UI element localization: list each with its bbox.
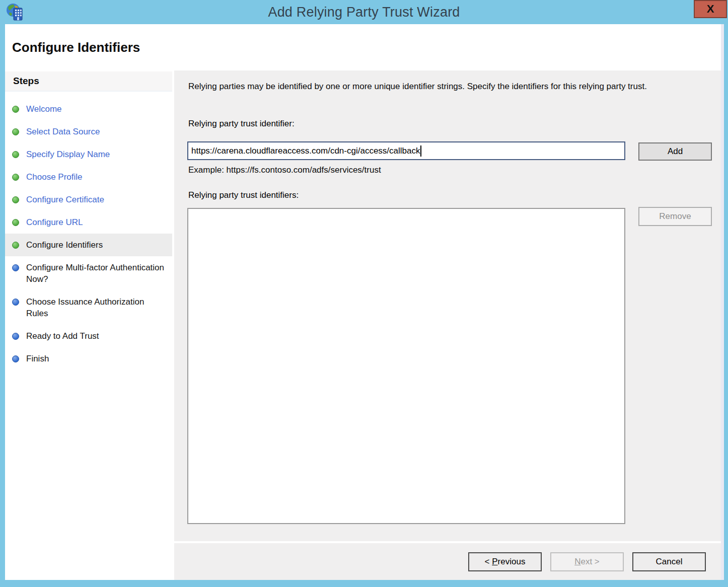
configure-identifiers-panel: Relying parties may be identified by one…	[174, 70, 721, 541]
previous-button[interactable]: < Previous	[468, 552, 542, 571]
add-button[interactable]: Add	[638, 142, 712, 161]
step-label: Welcome	[26, 103, 62, 115]
sidebar-item-ready-to-add-trust: Ready to Add Trust	[5, 325, 172, 347]
step-todo-dot-icon	[12, 264, 19, 271]
sidebar-item-select-data-source[interactable]: Select Data Source	[5, 120, 172, 143]
step-todo-dot-icon	[12, 355, 19, 362]
steps-list: Welcome Select Data Source Specify Displ…	[5, 92, 172, 370]
sidebar-item-configure-url[interactable]: Configure URL	[5, 211, 172, 234]
sidebar-item-choose-issuance-rules: Choose Issuance Authorization Rules	[5, 290, 172, 325]
sidebar-item-configure-multifactor: Configure Multi-factor Authentication No…	[5, 256, 172, 290]
sidebar-item-specify-display-name[interactable]: Specify Display Name	[5, 143, 172, 166]
wizard-window: Configure Identifiers Steps Welcome Sele…	[5, 24, 724, 580]
text-caret	[420, 145, 421, 157]
step-todo-dot-icon	[12, 299, 19, 306]
remove-button-label: Remove	[659, 211, 691, 222]
panel-description: Relying parties may be identified by one…	[188, 80, 702, 93]
sidebar-item-configure-identifiers[interactable]: Configure Identifiers	[5, 234, 172, 256]
page-header: Configure Identifiers	[5, 24, 721, 70]
close-button[interactable]: X	[694, 0, 727, 18]
step-done-dot-icon	[12, 128, 19, 135]
identifier-input-label: Relying party trust identifier:	[188, 119, 295, 129]
step-label: Finish	[26, 353, 49, 364]
remove-button[interactable]: Remove	[638, 207, 712, 226]
sidebar-item-welcome[interactable]: Welcome	[5, 98, 172, 120]
page-title: Configure Identifiers	[12, 40, 140, 55]
wizard-footer: < Previous Next > Cancel	[174, 543, 721, 580]
step-label: Configure Multi-factor Authentication No…	[26, 262, 167, 285]
sidebar-item-configure-certificate[interactable]: Configure Certificate	[5, 188, 172, 211]
step-label: Choose Issuance Authorization Rules	[26, 296, 167, 319]
step-label: Ready to Add Trust	[26, 330, 99, 342]
add-button-label: Add	[668, 146, 683, 157]
window-title: Add Relying Party Trust Wizard	[0, 5, 728, 20]
sidebar-item-choose-profile[interactable]: Choose Profile	[5, 166, 172, 188]
steps-sidebar: Steps Welcome Select Data Source Specify…	[5, 70, 172, 580]
step-label: Select Data Source	[26, 126, 100, 137]
step-done-dot-icon	[12, 151, 19, 158]
sidebar-item-finish: Finish	[5, 347, 172, 370]
previous-button-label: < Previous	[485, 557, 526, 567]
step-label: Configure Identifiers	[26, 239, 103, 251]
step-label: Specify Display Name	[26, 149, 110, 160]
cancel-button[interactable]: Cancel	[632, 552, 706, 571]
relying-party-identifier-input[interactable]: https://carena.cloudflareaccess.com/cdn-…	[187, 141, 625, 160]
step-label: Configure Certificate	[26, 194, 104, 205]
next-button-label: Next >	[574, 557, 600, 567]
step-done-dot-icon	[12, 196, 19, 203]
step-done-dot-icon	[12, 219, 19, 226]
next-button[interactable]: Next >	[550, 552, 624, 571]
step-done-dot-icon	[12, 106, 19, 113]
step-label: Configure URL	[26, 216, 83, 228]
close-icon: X	[707, 3, 714, 16]
identifier-example-text: Example: https://fs.contoso.com/adfs/ser…	[188, 165, 381, 175]
step-todo-dot-icon	[12, 333, 19, 340]
step-label: Choose Profile	[26, 171, 83, 183]
identifiers-list-label: Relying party trust identifiers:	[188, 190, 299, 200]
cancel-button-label: Cancel	[656, 557, 683, 567]
step-done-dot-icon	[12, 242, 19, 249]
adfs-app-icon	[5, 3, 25, 22]
title-bar: Add Relying Party Trust Wizard X	[0, 0, 728, 24]
relying-party-identifiers-listbox[interactable]	[187, 208, 625, 524]
identifier-input-value: https://carena.cloudflareaccess.com/cdn-…	[191, 146, 420, 156]
step-done-dot-icon	[12, 174, 19, 181]
steps-header: Steps	[5, 71, 172, 92]
